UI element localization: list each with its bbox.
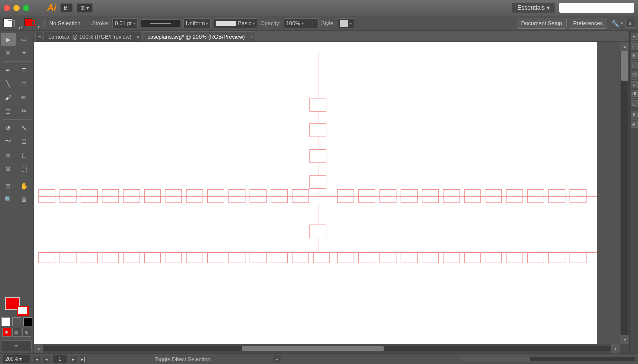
color-mode-btn[interactable]: ■ [2,328,11,337]
scroll-left-button[interactable]: ◂ [34,344,43,353]
scroll-track-v [621,51,628,335]
warp-tool[interactable]: 〜 [1,135,16,148]
preferences-button[interactable]: Preferences [569,18,607,29]
stroke-value-field[interactable]: 0.01 pt ▾ [112,18,138,28]
graphic-styles-btn[interactable]: ◫ [631,71,638,78]
rect-tool[interactable]: □ [17,77,32,90]
hscroll-track [43,346,611,351]
document-setup-button[interactable]: Document Setup [517,18,567,29]
direct-selection-tool[interactable]: ⇨ [17,33,32,46]
arrange-button[interactable]: ⊞ ▾ [77,3,93,13]
tab-caseplans-close[interactable]: × [250,34,253,39]
next-artboard-btn[interactable]: ▸ [69,355,77,363]
close-button[interactable] [4,5,10,11]
progress-bar [461,357,635,362]
svg-rect-27 [422,189,439,202]
artboard-tool[interactable]: ⬚ [17,162,32,175]
tab-caseplans[interactable]: caseplans.svg* @ 200% (RGB/Preview) × [143,31,255,41]
prev-artboard-btn[interactable]: ◂ [42,355,50,363]
basic-field[interactable]: Basic ▾ [214,18,257,28]
horizontal-scrollbar[interactable]: ◂ ▸ [34,344,620,353]
stroke-indicator[interactable] [8,20,15,27]
pencil-tool[interactable]: ✏ [17,91,32,104]
opacity-field[interactable]: 100% ▾ [284,18,319,28]
tool-sep-2 [3,119,31,120]
uniform-select[interactable]: Uniform ▾ [183,18,211,28]
tools-icon[interactable]: 🔧 [611,20,619,27]
none-mode-btn[interactable]: ⊘ [22,328,31,337]
svg-rect-46 [186,253,203,263]
tab-lumos[interactable]: Lumos.ai @ 100% (RGB/Preview) × [44,31,142,41]
magic-wand-tool[interactable]: ✳ [1,46,16,59]
scroll-right-button[interactable]: ▸ [611,344,620,353]
swatches-panel-btn[interactable]: ⊞ [631,43,638,50]
maximize-button[interactable] [23,5,29,11]
minimize-button[interactable] [13,5,20,11]
basic-arrow: ▾ [253,21,255,26]
symbols-panel-btn[interactable]: ⊡ [631,62,638,69]
stroke-panel-btn[interactable]: ≡ [631,81,638,88]
brushes-panel-btn[interactable]: ⊟ [631,52,638,59]
first-artboard-btn[interactable]: |◂ [32,355,40,363]
artboard-number[interactable]: 1 [52,355,67,363]
layers-panel-btn[interactable]: ⊕ [631,111,638,118]
zoom-field[interactable]: 200% ▾ [3,355,30,363]
scroll-down-button[interactable]: ▾ [620,335,629,344]
artboards-panel-btn[interactable]: ⊟ [631,121,638,128]
blend-tool[interactable]: ∞ [1,148,16,161]
rp-sep-3 [631,79,637,80]
rotate-tool[interactable]: ↺ [1,121,16,134]
stroke-color-picker[interactable]: ▾ [24,18,40,29]
last-artboard-btn[interactable]: ▸| [79,355,87,363]
slice-tool[interactable]: ⊟ [1,179,16,192]
measure-tool[interactable]: ⊠ [17,193,32,206]
swap-icon[interactable]: ⇄ [19,25,23,30]
stroke-line-field[interactable]: ────── [141,19,180,27]
scroll-up-button[interactable]: ▴ [620,42,629,51]
hscroll-thumb[interactable] [242,346,384,351]
pen-tool[interactable]: ✒ [1,64,16,77]
symbol-sprayer-tool[interactable]: ⊛ [1,162,16,175]
gradient-panel-btn[interactable]: ◨ [631,90,638,97]
vertical-scrollbar[interactable]: ▴ ▾ [620,42,629,344]
scroll-thumb-v[interactable] [621,51,628,81]
fill-stroke-indicator[interactable]: ⇄ [3,18,21,29]
tab-scroll-left[interactable]: ◂ [36,31,43,41]
color-panel-btn[interactable]: ● [631,33,638,40]
gradient-mode-btn[interactable]: ▤ [12,328,21,337]
svg-rect-10 [39,189,55,202]
main-area: ▶ ⇨ ✳ ⌖ ✒ T ╲ □ 🖌 ✏ ◻ ✂ ↺ ⤡ 〜 [0,31,638,353]
eraser-tool[interactable]: ◻ [1,104,16,117]
transparency-panel-btn[interactable]: ◻ [631,100,638,107]
active-stroke[interactable] [17,306,29,316]
selection-tool[interactable]: ▶ [1,33,16,46]
scale-tool[interactable]: ⤡ [17,121,32,134]
essentials-button[interactable]: Essentials ▾ [512,2,555,13]
fill-stroke-large[interactable] [5,297,29,316]
tool-row-11: ⊟ ✋ [1,179,33,192]
gray-swatch[interactable] [12,317,21,326]
search-input[interactable] [559,3,634,13]
screen-mode[interactable]: ▭ [2,340,32,351]
separator-1 [44,19,45,28]
white-swatch[interactable] [1,317,10,326]
line-tool[interactable]: ╲ [1,77,16,90]
hand-tool[interactable]: ✋ [17,179,32,192]
free-transform-tool[interactable]: ⊡ [17,135,32,148]
svg-rect-7 [310,175,326,188]
tab-lumos-label: Lumos.ai @ 100% (RGB/Preview) [48,34,131,40]
tab-lumos-close[interactable]: × [137,34,140,39]
zoom-tool[interactable]: 🔍 [1,193,16,206]
tool-row-6: ◻ ✂ [1,104,33,117]
scissors-tool[interactable]: ✂ [17,104,32,117]
svg-rect-39 [39,253,55,263]
column-graph-tool[interactable]: ⎕ [17,148,32,161]
paintbrush-tool[interactable]: 🖌 [1,91,16,104]
panel-toggle[interactable]: ≡ [625,19,635,28]
bridge-button[interactable]: Br [60,3,73,12]
status-arrow[interactable]: ▸ [272,355,281,364]
black-swatch[interactable] [23,317,32,326]
type-tool[interactable]: T [17,64,32,77]
style-field[interactable]: ▾ [338,18,354,28]
lasso-tool[interactable]: ⌖ [17,46,32,59]
